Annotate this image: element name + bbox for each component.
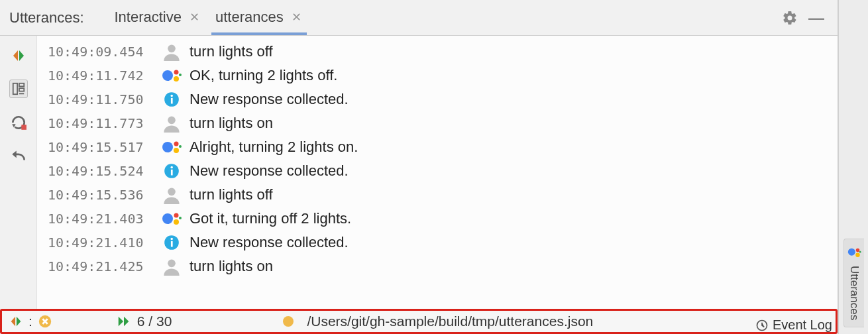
svg-rect-0	[13, 84, 17, 95]
svg-point-12	[170, 95, 172, 97]
timestamp: 10:49:21.403	[48, 211, 154, 227]
svg-point-32	[847, 248, 855, 255]
svg-point-17	[179, 145, 182, 148]
rerun-icon[interactable]	[10, 114, 27, 131]
svg-point-21	[168, 188, 176, 196]
log-message: Alright, turning 2 lights on.	[190, 139, 358, 156]
timestamp: 10:49:21.410	[48, 235, 154, 250]
svg-point-31	[283, 316, 294, 327]
info-icon	[160, 91, 183, 108]
status-path: /Users/git/gh-sample/build/tmp/utterance…	[307, 313, 593, 329]
log-message: New response collected.	[190, 234, 349, 251]
tab-label: utterances	[215, 9, 284, 26]
log-message: Got it, turning off 2 lights.	[190, 210, 351, 227]
log-panel[interactable]: 10:49:09.454turn lights off10:49:11.742O…	[37, 36, 838, 309]
event-log-label: Event Log	[773, 317, 832, 333]
timestamp: 10:49:15.524	[48, 163, 154, 179]
svg-point-14	[162, 142, 173, 152]
status-dot-icon	[282, 315, 295, 328]
log-message: OK, turning 2 lights off.	[190, 67, 337, 84]
close-icon[interactable]: ✕	[188, 10, 201, 25]
toolbar-sidebar	[0, 36, 37, 309]
svg-point-34	[855, 252, 859, 256]
svg-point-35	[859, 251, 861, 253]
svg-point-5	[168, 45, 176, 53]
log-row: 10:49:21.410New response collected.	[48, 231, 838, 254]
timestamp: 10:49:09.454	[48, 44, 154, 60]
svg-point-16	[174, 148, 179, 153]
assistant-icon	[160, 209, 183, 228]
fast-forward-icon[interactable]	[116, 314, 132, 329]
svg-point-8	[174, 76, 179, 82]
log-row: 10:49:11.773turn lights on	[48, 111, 838, 135]
svg-rect-27	[171, 241, 173, 247]
tabbar: Utterances: Interactive ✕ utterances ✕ —	[0, 0, 838, 36]
log-message: New response collected.	[190, 91, 349, 108]
svg-rect-4	[21, 125, 27, 130]
right-rail: Utterances	[838, 0, 868, 334]
timestamp: 10:49:11.773	[48, 115, 154, 131]
user-icon	[160, 114, 183, 133]
expand-collapse-icon[interactable]	[9, 314, 23, 329]
timestamp: 10:49:15.536	[48, 187, 154, 203]
tab-interactive[interactable]: Interactive ✕	[111, 1, 205, 35]
user-icon	[160, 186, 183, 204]
tab-label: Interactive	[115, 9, 182, 26]
assistant-icon	[160, 66, 183, 85]
info-icon	[160, 162, 183, 180]
svg-rect-2	[19, 88, 23, 91]
right-tab-utterances[interactable]: Utterances	[843, 239, 864, 327]
close-icon[interactable]: ✕	[290, 10, 303, 25]
timestamp: 10:49:15.517	[48, 139, 154, 155]
svg-point-7	[174, 70, 179, 75]
log-row: 10:49:09.454turn lights off	[48, 40, 838, 64]
tab-utterances[interactable]: utterances ✕	[211, 1, 307, 35]
svg-point-29	[168, 260, 176, 268]
svg-point-20	[170, 166, 172, 168]
svg-rect-1	[19, 84, 23, 87]
user-icon	[160, 42, 183, 61]
svg-point-9	[179, 74, 182, 76]
svg-point-33	[855, 248, 859, 252]
status-colon: :	[28, 313, 32, 329]
svg-rect-3	[19, 93, 23, 94]
timestamp: 10:49:21.425	[48, 258, 154, 274]
svg-point-13	[168, 117, 176, 125]
user-icon	[160, 257, 183, 276]
log-row: 10:49:11.742OK, turning 2 lights off.	[48, 64, 838, 87]
assistant-icon	[847, 246, 861, 260]
svg-point-25	[179, 217, 182, 219]
svg-point-22	[162, 213, 173, 224]
svg-point-28	[170, 238, 172, 240]
log-row: 10:49:21.425turn lights on	[48, 254, 838, 278]
timestamp: 10:49:11.750	[48, 91, 154, 107]
log-row: 10:49:21.403Got it, turning off 2 lights…	[48, 207, 838, 231]
log-row: 10:49:15.517Alright, turning 2 lights on…	[48, 135, 838, 159]
log-row: 10:49:11.750New response collected.	[48, 87, 838, 111]
log-message: turn lights on	[190, 258, 273, 275]
layout-icon[interactable]	[9, 80, 28, 98]
timestamp: 10:49:11.742	[48, 68, 154, 84]
log-message: New response collected.	[190, 162, 349, 180]
svg-point-24	[174, 219, 179, 225]
panel-title: Utterances:	[9, 9, 84, 27]
svg-point-23	[174, 213, 179, 218]
svg-point-6	[162, 70, 173, 81]
info-icon	[160, 234, 183, 251]
svg-rect-11	[171, 98, 173, 104]
cancel-icon[interactable]	[38, 314, 52, 329]
status-bar: : 6 / 30 /Users/git/gh-sample/build/tmp/…	[0, 309, 838, 334]
svg-point-15	[174, 142, 179, 146]
log-message: turn lights off	[190, 186, 273, 203]
event-log-button[interactable]: Event Log	[755, 317, 832, 333]
assistant-icon	[160, 138, 183, 156]
status-progress: 6 / 30	[137, 313, 172, 329]
gear-icon[interactable]	[782, 10, 798, 26]
right-tab-label: Utterances	[847, 266, 861, 320]
log-row: 10:49:15.536turn lights off	[48, 183, 838, 207]
expand-collapse-icon[interactable]	[11, 48, 27, 64]
minimize-icon[interactable]: —	[804, 9, 828, 27]
undo-icon[interactable]	[10, 147, 27, 164]
log-message: turn lights on	[190, 115, 273, 132]
svg-rect-19	[171, 170, 173, 176]
